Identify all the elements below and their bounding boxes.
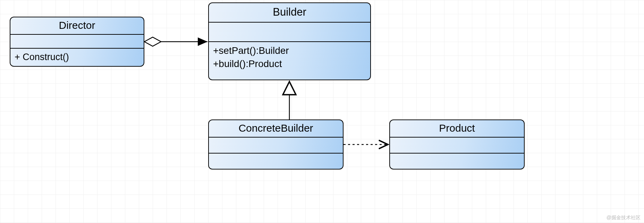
uml-class-attributes: [390, 138, 524, 154]
uml-class-title: Builder: [209, 3, 370, 23]
uml-class-title: Director: [10, 17, 144, 35]
uml-class-operations: [390, 154, 524, 170]
uml-operation: +build():Product: [213, 57, 367, 71]
uml-class-operations: +setPart():Builder +build():Product: [209, 42, 370, 73]
uml-operation: + Construct(): [15, 51, 140, 63]
uml-class-attributes: [209, 23, 370, 42]
diagram-canvas: Director + Construct() Builder +setPart(…: [0, 0, 644, 223]
watermark-text: @掘金技术社区: [607, 215, 641, 221]
relation-aggregation-director-builder: [144, 37, 207, 46]
uml-class-operations: [209, 154, 343, 170]
uml-class-builder[interactable]: Builder +setPart():Builder +build():Prod…: [208, 2, 371, 80]
uml-class-product[interactable]: Product: [389, 119, 525, 170]
uml-class-title: ConcreteBuilder: [209, 120, 343, 138]
uml-class-concrete-builder[interactable]: ConcreteBuilder: [208, 119, 344, 170]
uml-class-title: Product: [390, 120, 524, 138]
uml-class-attributes: [209, 138, 343, 154]
uml-class-attributes: [10, 35, 144, 49]
uml-operation: +setPart():Builder: [213, 44, 367, 57]
uml-class-director[interactable]: Director + Construct(): [10, 17, 144, 67]
uml-class-operations: + Construct(): [10, 49, 144, 66]
